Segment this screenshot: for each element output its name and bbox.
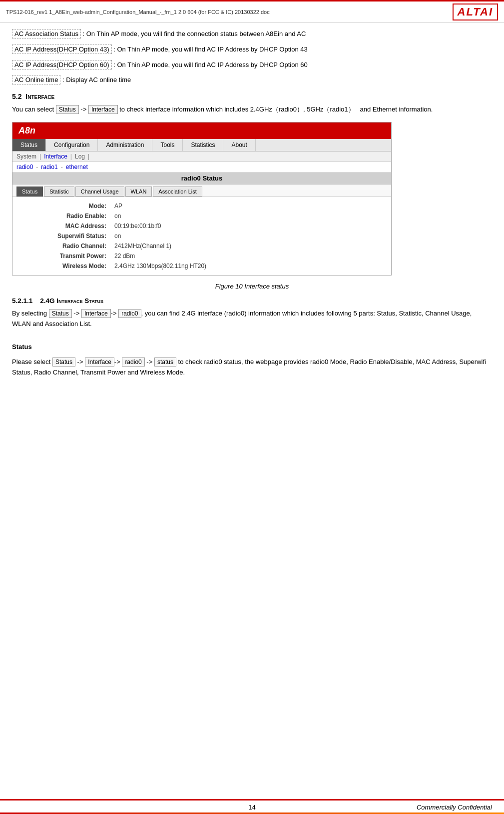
row-val-channel: 2412MHz(Channel 1)	[110, 241, 383, 251]
main-content: AC Association Status : On Thin AP mode,…	[0, 23, 504, 389]
status-subheading: Status	[12, 342, 492, 352]
section-52-title: Interface	[25, 92, 54, 100]
sub-nav-log: Log	[75, 153, 85, 160]
ui-nav-bar: Status Configuration Administration Tool…	[12, 139, 391, 152]
nav-statistics[interactable]: Statistics	[183, 139, 223, 151]
figure-caption: Figure 10 Interface status	[12, 282, 492, 290]
breadcrumb-radio0[interactable]: radio0	[16, 164, 33, 170]
row-key-radio-enable: Radio Enable:	[20, 211, 110, 221]
document-title: TPS12-016_rev1 1_A8Ein_web-admin_Configu…	[6, 9, 270, 15]
inline-radio0-2: radio0	[122, 358, 144, 366]
status-description: Please select Status -> Interface-> radi…	[12, 357, 492, 378]
term-label-ac-ip-60: AC IP Address(DHCP Option 60)	[12, 60, 112, 70]
ui-tab-bar: Status Statistic Channel Usage WLAN Asso…	[12, 184, 391, 197]
logo: ALTAI	[453, 4, 499, 20]
table-row: MAC Address: 00:19:be:00:1b:f0	[20, 221, 383, 231]
inline-status1: Status	[56, 105, 79, 114]
row-val-mac: 00:19:be:00:1b:f0	[110, 221, 383, 231]
term-label-ac-association: AC Association Status	[12, 29, 81, 38]
ui-sub-nav: System | Interface | Log |	[12, 152, 391, 162]
inline-radio0-1: radio0	[118, 309, 141, 318]
term-desc-ac-ip-60: : On Thin AP mode, you will find AC IP A…	[113, 61, 308, 68]
sub-nav-interface-link[interactable]: Interface	[44, 153, 67, 160]
header: TPS12-016_rev1 1_A8Ein_web-admin_Configu…	[0, 2, 504, 23]
term-label-ac-ip-43: AC IP Address(DHCP Option 43)	[12, 44, 112, 54]
row-key-wireless-mode: Wireless Mode:	[20, 261, 110, 271]
tab-statistic[interactable]: Statistic	[44, 186, 74, 196]
inline-interface3: Interface	[85, 358, 114, 366]
section-5211-heading: 5.2.1.1 2.4G Interface Status	[12, 297, 492, 304]
section-52-heading: 5.2 Interface	[12, 92, 492, 100]
term-ac-online: AC Online time : Display AC online time	[12, 75, 492, 86]
section-5211-para1: By selecting Status -> Interface-> radio…	[12, 308, 492, 330]
row-key-superwifi: Superwifi Status:	[20, 231, 110, 241]
nav-tools[interactable]: Tools	[152, 139, 183, 151]
sub-nav-system: System	[16, 153, 36, 160]
status-bold-label: Status	[12, 343, 32, 350]
table-row: Radio Channel: 2412MHz(Channel 1)	[20, 241, 383, 251]
ui-status-table: Mode: AP Radio Enable: on MAC Address: 0…	[12, 197, 391, 275]
logo-area: ALTAI	[453, 4, 499, 20]
nav-about[interactable]: About	[223, 139, 255, 151]
nav-status[interactable]: Status	[12, 139, 46, 151]
section-5211-title: 2.4G Interface Status	[40, 297, 103, 304]
nav-configuration[interactable]: Configuration	[46, 139, 98, 151]
term-label-ac-online: AC Online time	[12, 75, 60, 84]
inline-interface2: Interface	[81, 309, 111, 318]
ui-page-title: radio0 Status	[12, 172, 391, 184]
row-val-wireless-mode: 2.4GHz 130Mbps(802.11ng HT20)	[110, 261, 383, 271]
tab-association-list[interactable]: Association List	[153, 186, 202, 196]
term-desc-ac-online: : Display AC online time	[62, 76, 131, 84]
row-val-superwifi: on	[110, 231, 383, 241]
table-row: Superwifi Status: on	[20, 231, 383, 241]
nav-administration[interactable]: Administration	[98, 139, 152, 151]
table-row: Mode: AP	[20, 201, 383, 211]
term-ac-ip-60: AC IP Address(DHCP Option 60) : On Thin …	[12, 60, 492, 70]
row-key-mac: MAC Address:	[20, 221, 110, 231]
row-val-mode: AP	[110, 201, 383, 211]
table-row: Transmit Power: 22 dBm	[20, 251, 383, 261]
footer-page-number: 14	[172, 804, 332, 811]
row-key-channel: Radio Channel:	[20, 241, 110, 251]
ui-title: A8n	[12, 122, 391, 139]
inline-status2: Status	[49, 309, 72, 318]
inline-interface1: Interface	[88, 105, 118, 114]
section-5211-number: 5.2.1.1	[12, 297, 32, 304]
section-52-intro: You can select Status -> Interface to ch…	[12, 104, 492, 115]
breadcrumb-ethernet[interactable]: ethernet	[66, 164, 88, 170]
footer: 14 Commercially Confidential	[0, 799, 504, 814]
tab-channel-usage[interactable]: Channel Usage	[75, 186, 124, 196]
footer-right: Commercially Confidential	[332, 804, 492, 811]
table-row: Wireless Mode: 2.4GHz 130Mbps(802.11ng H…	[20, 261, 383, 271]
footer-confidential-text: Commercially Confidential	[417, 804, 492, 811]
breadcrumb-radio1[interactable]: radio1	[41, 164, 57, 170]
status-table: Mode: AP Radio Enable: on MAC Address: 0…	[20, 201, 383, 271]
term-ac-association: AC Association Status : On Thin AP mode,…	[12, 29, 492, 40]
row-key-power: Transmit Power:	[20, 251, 110, 261]
inline-status4: status	[154, 358, 176, 366]
ui-screenshot: A8n Status Configuration Administration …	[12, 122, 392, 276]
term-ac-ip-43: AC IP Address(DHCP Option 43) : On Thin …	[12, 44, 492, 55]
section-52-number: 5.2	[12, 92, 21, 100]
term-desc-ac-ip-43: : On Thin AP mode, you will find AC IP A…	[113, 46, 308, 53]
breadcrumb: radio0 - radio1 - ethernet	[12, 162, 391, 172]
inline-status3: Status	[52, 358, 75, 366]
row-val-power: 22 dBm	[110, 251, 383, 261]
row-val-radio-enable: on	[110, 211, 383, 221]
row-key-mode: Mode:	[20, 201, 110, 211]
table-row: Radio Enable: on	[20, 211, 383, 221]
term-desc-ac-association: : On Thin AP mode, you will find the con…	[83, 30, 306, 38]
tab-wlan[interactable]: WLAN	[125, 186, 152, 196]
tab-status[interactable]: Status	[16, 186, 43, 196]
